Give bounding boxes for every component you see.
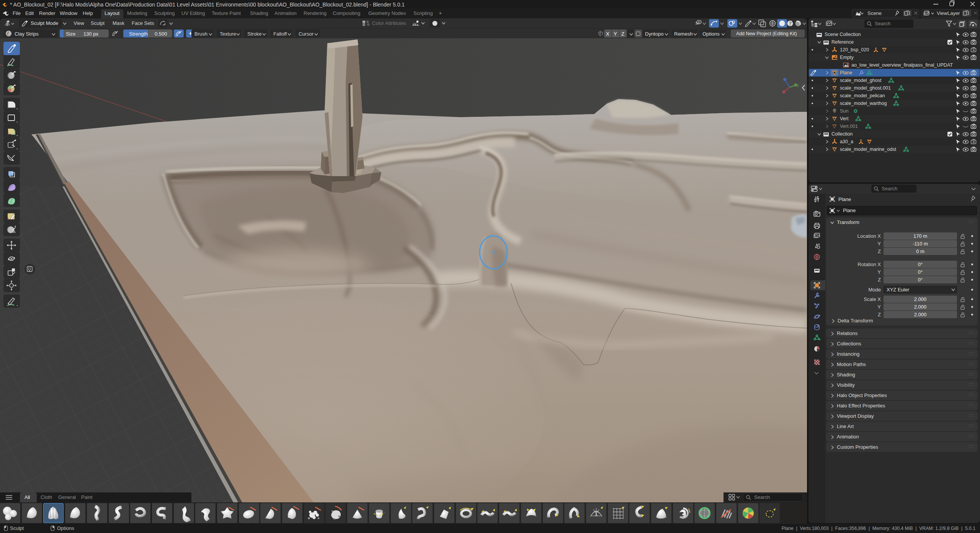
svg-text:y: y xyxy=(797,83,799,87)
